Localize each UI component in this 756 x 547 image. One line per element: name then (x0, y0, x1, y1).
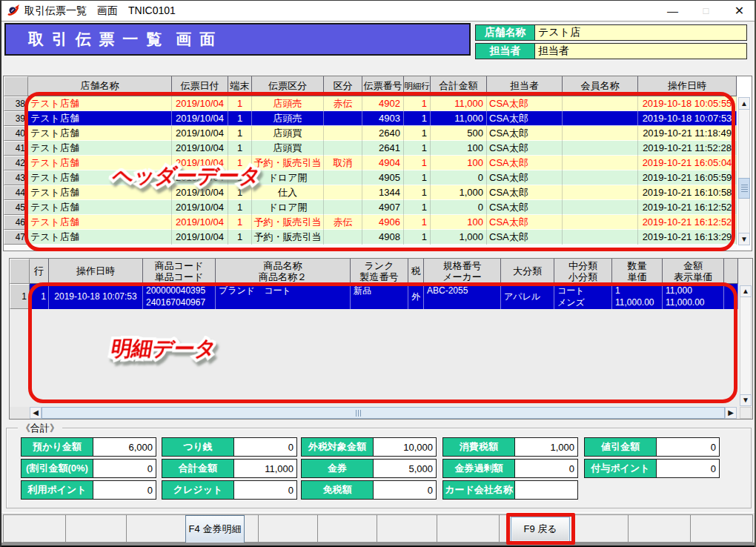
row-number[interactable]: 44 (4, 185, 28, 200)
scroll-up-icon[interactable]: ▲ (740, 285, 752, 297)
header-line1: 商品コード (155, 260, 204, 271)
column-header-4[interactable]: 区分 (324, 76, 362, 96)
column-header-9[interactable]: 会員名称 (563, 76, 638, 96)
row-number[interactable]: 45 (4, 200, 28, 215)
close-button[interactable]: ✕ (723, 0, 756, 21)
row-number[interactable]: 40 (4, 126, 28, 141)
cell-明細行: 1 (404, 111, 431, 126)
row-number[interactable]: 47 (4, 230, 28, 245)
table-row[interactable]: テスト店舗2019/10/041ドロア開490710CSA太郎2019-10-2… (28, 200, 737, 215)
column-header-8[interactable]: 担当者 (487, 76, 563, 96)
cell-伝票日付: 2019/10/04 (172, 111, 228, 126)
slip-list-vertical-scrollbar[interactable]: ▲▼ (738, 97, 750, 245)
detail-column-header-4[interactable]: ランク製造番号 (351, 259, 408, 284)
cell-伝票区分: ドロア開 (252, 170, 324, 185)
row-number[interactable]: 1 (10, 284, 30, 309)
column-header-6[interactable]: 明細行 (404, 76, 431, 96)
table-row[interactable]: テスト店舗2019/10/041店頭売4903111,000CSA太郎2019-… (28, 111, 737, 126)
total-value[interactable]: 0 (234, 437, 297, 457)
total-value[interactable]: 0 (93, 480, 156, 500)
detail-column-header-7[interactable]: 大分類 (501, 259, 554, 284)
total-value[interactable]: 6,000 (93, 437, 156, 457)
store-name-value[interactable]: テスト店 (535, 25, 746, 40)
total-value[interactable]: 0 (374, 480, 437, 500)
row-number[interactable]: 46 (4, 215, 28, 230)
total-value[interactable]: 0 (657, 437, 720, 457)
detail-column-header-6[interactable]: 規格番号メーカー (424, 259, 501, 284)
total-value[interactable]: 10,000 (374, 437, 437, 457)
row-number[interactable]: 41 (4, 141, 28, 156)
table-row[interactable]: 12019-10-18 10:07:5320000004039524016704… (30, 284, 738, 309)
column-header-10[interactable]: 操作日時 (638, 76, 737, 96)
detail-column-header-9[interactable]: 数量単価 (612, 259, 663, 284)
column-header-7[interactable]: 合計金額 (431, 76, 487, 96)
detail-column-header-10[interactable]: 金額表示単価 (663, 259, 724, 284)
detail-column-header-3[interactable]: 商品名称商品名称２ (216, 259, 351, 284)
total-value[interactable]: 0 (234, 480, 297, 500)
scrollbar-track[interactable] (738, 97, 750, 245)
detail-column-header-0[interactable]: 行 (30, 259, 49, 284)
row-number[interactable]: 38 (4, 96, 28, 111)
column-header-3[interactable]: 伝票区分 (252, 76, 324, 96)
total-label: (割引金額(0%) (21, 459, 93, 478)
cell-会員名称 (563, 156, 638, 170)
detail-column-header-2[interactable]: 商品コード単品コード (143, 259, 216, 284)
total-value[interactable]: 5,000 (374, 459, 437, 478)
table-row[interactable]: テスト店舗2019/10/041仕入134411,000CSA太郎2019-10… (28, 185, 737, 200)
total-value[interactable]: 0 (657, 459, 720, 478)
table-row[interactable]: テスト店舗2019/10/041店頭買26401500CSA太郎2019-10-… (28, 126, 737, 141)
total-value[interactable]: 0 (515, 459, 578, 478)
detail-column-header-11[interactable] (724, 259, 738, 284)
row-number[interactable]: 42 (4, 156, 28, 170)
scrollbar-thumb[interactable] (738, 178, 750, 199)
cell-店舗名称: テスト店舗 (28, 230, 172, 245)
table-row[interactable]: テスト店舗2019/10/041ドロア開490510CSA太郎2019-10-2… (28, 170, 737, 185)
column-header-1[interactable]: 伝票日付 (172, 76, 228, 96)
detail-column-header-1[interactable]: 操作日時 (49, 259, 143, 284)
scroll-up-icon[interactable]: ▲ (738, 97, 750, 110)
cell-明細行: 1 (404, 126, 431, 141)
cell-操作日時: 2019-10-21 16:12:52 (638, 200, 737, 215)
scrollbar-track[interactable] (740, 285, 752, 406)
f4-voucher-detail-button[interactable]: F4 金券明細 (185, 515, 245, 543)
cell-店舗名称: テスト店舗 (28, 96, 172, 111)
detail-horizontal-scrollbar[interactable]: ◀▶ (30, 407, 737, 419)
row-number[interactable]: 39 (4, 111, 28, 126)
detail-vertical-scrollbar[interactable]: ▲▼ (740, 285, 752, 406)
table-row[interactable]: テスト店舗2019/10/041店頭買26411100CSA太郎2019-10-… (28, 141, 737, 156)
total-value[interactable]: 0 (93, 459, 156, 478)
cell-端末: 1 (228, 141, 252, 156)
scroll-down-icon[interactable]: ▼ (738, 233, 750, 245)
total-value[interactable] (515, 480, 578, 500)
column-header-2[interactable]: 端末 (228, 76, 252, 96)
cell-明細行: 1 (404, 170, 431, 185)
maximize-button[interactable]: □ (689, 0, 723, 21)
screen-banner-title: 取 引 伝 票 一 覧 画 面 (6, 29, 217, 50)
f9-back-button[interactable]: F9 戻る (511, 517, 570, 542)
scrollbar-thumb[interactable] (42, 407, 725, 419)
scroll-down-icon[interactable]: ▼ (740, 394, 752, 406)
minimize-button[interactable]: ― (656, 0, 689, 21)
column-header-0[interactable]: 店舗名称 (28, 76, 172, 96)
total-field-3: 消費税額1,000 (442, 437, 579, 457)
detail-column-header-8[interactable]: 中分類小分類 (554, 259, 612, 284)
table-row[interactable]: テスト店舗2019/10/041予約・販売引当赤伝49061100CSA太郎20… (28, 215, 737, 230)
table-row[interactable]: テスト店舗2019/10/041店頭売赤伝4902111,000CSA太郎201… (28, 96, 737, 111)
cell-合計金額: 500 (431, 126, 487, 141)
total-value[interactable]: 1,000 (515, 437, 578, 457)
window-top-border (0, 0, 756, 1)
total-value[interactable]: 11,000 (234, 459, 297, 478)
cell-会員名称 (563, 96, 638, 111)
cell-伝票日付: 2019/10/04 (172, 230, 228, 245)
row-number[interactable]: 43 (4, 170, 28, 185)
column-header-5[interactable]: 伝票番号 (362, 76, 404, 96)
table-row[interactable]: テスト店舗2019/10/041予約・販売引当490811,000CSA太郎20… (28, 230, 737, 245)
staff-value[interactable]: 担当者 (535, 44, 746, 59)
header-line1: 規格番号 (443, 260, 482, 271)
table-row[interactable]: テスト店舗2019/10/041予約・販売引当取消49041100CSA太郎20… (28, 156, 737, 170)
scroll-right-icon[interactable]: ▶ (725, 407, 737, 419)
detail-column-header-5[interactable]: 税 (408, 259, 424, 284)
app-icon (7, 3, 20, 16)
scroll-left-icon[interactable]: ◀ (30, 407, 42, 419)
row-header-corner (4, 76, 28, 96)
